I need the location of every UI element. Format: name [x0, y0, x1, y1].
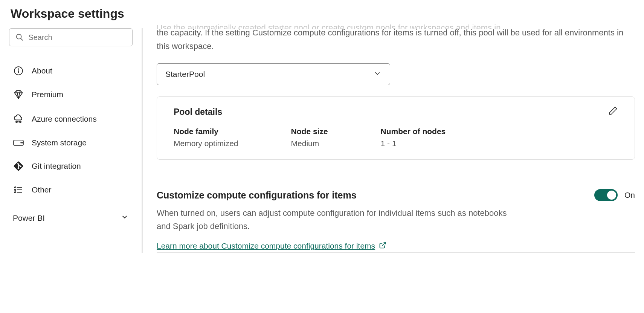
pool-details-card: Pool details Node family Memory optimize… [157, 96, 635, 160]
svg-line-17 [382, 242, 385, 246]
svg-point-5 [16, 121, 17, 123]
sidebar-item-about[interactable]: About [13, 59, 133, 82]
cloud-connection-icon [13, 113, 24, 125]
customize-compute-title: Customize compute configurations for ite… [157, 190, 357, 201]
field-value: Medium [291, 139, 328, 148]
pool-description: the capacity. If the setting Customize c… [157, 26, 635, 53]
pool-details-title: Pool details [174, 107, 222, 117]
field-label: Node size [291, 127, 328, 136]
sidebar-item-label: Azure connections [32, 115, 97, 124]
pool-field-node-size: Node size Medium [291, 127, 328, 148]
search-icon [15, 33, 24, 41]
svg-line-1 [21, 38, 23, 41]
pool-field-node-count: Number of nodes 1 - 1 [381, 127, 446, 148]
svg-point-4 [18, 69, 19, 69]
field-label: Number of nodes [381, 127, 446, 136]
learn-more-text: Learn more about Customize compute confi… [157, 241, 375, 250]
sidebar-item-label: Premium [32, 90, 63, 99]
pool-dropdown[interactable]: StarterPool [157, 63, 390, 85]
toggle-knob [607, 191, 616, 200]
svg-point-0 [17, 34, 21, 39]
customize-compute-toggle[interactable] [594, 189, 618, 201]
pool-dropdown-value: StarterPool [165, 70, 205, 79]
sidebar-section-label: Power BI [13, 214, 45, 223]
field-label: Node family [174, 127, 238, 136]
svg-point-10 [22, 142, 23, 143]
info-icon [13, 66, 24, 76]
main-content: Use the automatically created starter po… [143, 28, 644, 253]
learn-more-link[interactable]: Learn more about Customize compute confi… [157, 241, 386, 251]
sidebar-item-git-integration[interactable]: Git integration [13, 154, 133, 178]
svg-point-11 [15, 187, 16, 188]
chevron-down-icon [121, 213, 129, 223]
section-divider [157, 252, 635, 253]
svg-point-13 [15, 189, 16, 190]
svg-point-9 [21, 142, 21, 143]
external-link-icon [379, 241, 386, 251]
field-value: 1 - 1 [381, 139, 446, 148]
pencil-icon [608, 108, 618, 118]
customize-compute-toggle-group: On [594, 189, 635, 201]
toggle-state-label: On [624, 191, 635, 200]
sidebar-item-system-storage[interactable]: System storage [13, 131, 133, 154]
sidebar: About Premium Azure connections System s… [0, 28, 143, 253]
layout: About Premium Azure connections System s… [0, 28, 644, 253]
edit-pool-button[interactable] [608, 106, 618, 118]
storage-icon [13, 139, 24, 147]
sidebar-item-other[interactable]: Other [13, 178, 133, 202]
list-settings-icon [13, 185, 24, 195]
sidebar-item-label: Other [32, 185, 52, 194]
svg-point-6 [20, 121, 21, 123]
pool-field-node-family: Node family Memory optimized [174, 127, 238, 148]
sidebar-item-premium[interactable]: Premium [13, 82, 133, 107]
customize-compute-section: Customize compute configurations for ite… [157, 189, 635, 252]
field-value: Memory optimized [174, 139, 238, 148]
search-input[interactable] [28, 33, 127, 42]
customize-compute-description: When turned on, users can adjust compute… [157, 206, 507, 233]
sidebar-item-azure-connections[interactable]: Azure connections [13, 107, 133, 131]
git-icon [13, 161, 24, 171]
sidebar-item-label: About [32, 66, 52, 75]
sidebar-section-powerbi[interactable]: Power BI [9, 202, 133, 223]
sidebar-item-label: Git integration [32, 162, 81, 171]
nav-list: About Premium Azure connections System s… [9, 59, 133, 202]
search-wrap[interactable] [9, 28, 133, 46]
sidebar-item-label: System storage [32, 138, 87, 147]
chevron-down-icon [373, 69, 382, 79]
diamond-icon [13, 89, 24, 100]
svg-point-15 [15, 192, 16, 193]
pool-description-cut: Use the automatically created starter po… [157, 24, 635, 29]
